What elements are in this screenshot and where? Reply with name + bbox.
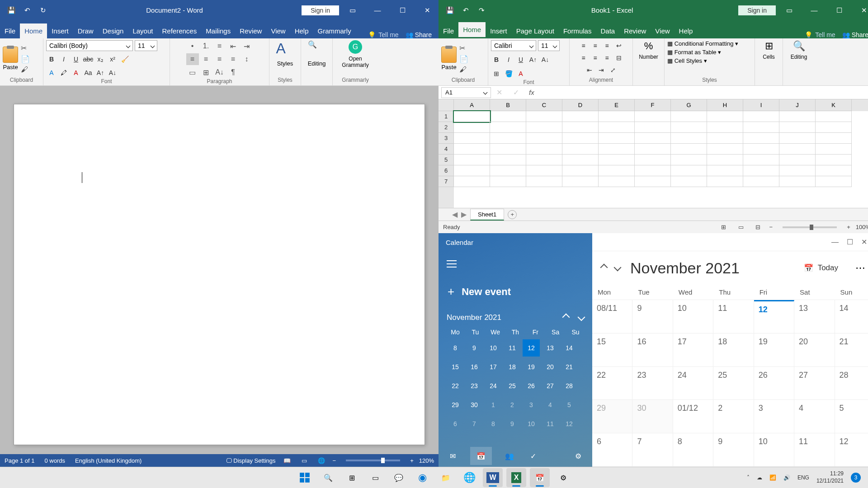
mini-day[interactable]: 22 [447,377,464,394]
cell[interactable] [635,165,671,176]
row-header[interactable]: 3 [439,133,454,144]
edge-button[interactable]: ◉ [412,468,432,487]
page-count[interactable]: Page 1 of 1 [5,457,35,464]
pilcrow-icon[interactable]: ¶ [227,66,240,78]
calendar-day[interactable]: 29 [592,400,632,433]
cut-icon[interactable]: ✂ [21,44,29,52]
align-right-icon[interactable]: ≡ [213,53,226,65]
grow-font-icon[interactable]: A↑ [95,67,106,78]
fx-icon[interactable]: fx [524,89,539,96]
calendar-day[interactable]: 22 [592,367,632,400]
cell[interactable] [816,122,852,133]
cell[interactable] [671,155,707,165]
minimize-icon[interactable]: — [366,2,389,19]
align-middle-icon[interactable]: ≡ [590,40,601,51]
mini-day[interactable]: 5 [561,396,578,413]
page-break-icon[interactable]: ⊟ [752,223,764,232]
align-left-icon[interactable]: ≡ [186,53,199,65]
todo-icon[interactable]: ✓ [527,450,539,462]
zoom-out-icon[interactable]: − [333,457,336,464]
align-bottom-icon[interactable]: ≡ [602,40,613,51]
mini-day[interactable]: 21 [561,358,578,375]
cell[interactable] [526,165,562,176]
mini-day[interactable]: 9 [504,415,521,432]
calendar-day[interactable]: 30 [632,400,673,433]
close-icon[interactable]: ✕ [853,2,868,19]
cell[interactable] [707,111,743,122]
tab-review[interactable]: Review [235,23,266,38]
inc-indent-icon[interactable]: ⇥ [596,65,607,75]
normal-view-icon[interactable]: ⊞ [718,223,730,232]
cell[interactable] [454,111,490,122]
align-right-icon[interactable]: ≡ [602,52,613,63]
cell[interactable] [743,144,779,155]
cell[interactable] [562,144,599,155]
shrink-font-icon[interactable]: A↓ [540,54,551,65]
cell[interactable] [707,122,743,133]
tab-view[interactable]: View [266,23,290,38]
calendar-taskbar-button[interactable]: 📅 [530,468,550,487]
accept-fx-icon[interactable]: ✓ [508,88,524,97]
calendar-day[interactable]: 26 [754,367,794,400]
cell[interactable] [526,155,562,165]
people-icon[interactable]: 👥 [504,450,515,462]
font-color-icon[interactable]: A [515,68,526,79]
cell[interactable] [454,133,490,144]
signin-button[interactable]: Sign in [302,5,339,15]
grammarly-button[interactable]: G Open Grammarly [335,40,375,77]
underline-button[interactable]: U [71,54,81,65]
mini-day[interactable]: 24 [485,377,502,394]
cell[interactable] [816,133,852,144]
chrome-button[interactable]: 🌐 [459,468,479,487]
calendar-day[interactable]: 15 [592,333,632,366]
cell[interactable] [599,133,635,144]
cell[interactable] [635,144,671,155]
maximize-icon[interactable]: ☐ [828,2,850,19]
cell[interactable] [743,155,779,165]
mini-day[interactable]: 4 [542,396,559,413]
cell[interactable] [743,176,779,187]
calendar-day[interactable]: 12 [754,300,794,333]
zoom-slider[interactable] [346,460,400,461]
cell[interactable] [707,155,743,165]
mini-day[interactable]: 16 [466,358,483,375]
mini-day[interactable]: 11 [504,339,521,357]
italic-button[interactable]: I [503,54,514,65]
number-format-button[interactable]: % Number [636,40,661,84]
zoom-slider[interactable] [783,226,837,228]
start-button[interactable] [295,468,315,487]
highlight-icon[interactable]: 🖍 [58,67,69,78]
cell[interactable] [490,165,526,176]
calendar-day[interactable]: 23 [632,367,673,400]
mini-day[interactable]: 6 [447,415,464,432]
cell[interactable] [707,176,743,187]
calendar-day[interactable]: 7 [632,433,673,466]
col-header[interactable]: A [454,99,490,111]
mini-day[interactable]: 20 [542,358,559,375]
change-case-icon[interactable]: Aa [83,67,94,78]
mini-day[interactable]: 27 [542,377,559,394]
today-button[interactable]: 📅Today [804,263,838,273]
cell[interactable] [779,144,816,155]
undo-icon[interactable]: ↶ [23,6,32,15]
lang-icon[interactable]: ENG [797,474,809,481]
row-header[interactable]: 1 [439,111,454,122]
cell[interactable] [562,176,599,187]
cell[interactable] [779,111,816,122]
web-layout-icon[interactable]: 🌐 [316,456,327,465]
cell[interactable] [526,176,562,187]
search-button[interactable]: 🔍 [318,468,338,487]
copy-icon[interactable]: 📄 [21,55,29,63]
tab-home[interactable]: Home [20,23,47,38]
page-layout-icon[interactable]: ▭ [735,223,747,232]
cell[interactable] [743,133,779,144]
shading-icon[interactable]: ▭ [186,66,199,78]
settings-taskbar-button[interactable]: ⚙ [553,468,573,487]
excel-taskbar-button[interactable]: X [506,468,526,487]
mini-day[interactable]: 11 [542,415,559,432]
mini-day[interactable]: 10 [485,339,502,357]
font-name-select[interactable]: Calibri [491,40,536,51]
cell[interactable] [562,133,599,144]
cell[interactable] [454,155,490,165]
line-spacing-icon[interactable]: ↕ [241,53,253,65]
